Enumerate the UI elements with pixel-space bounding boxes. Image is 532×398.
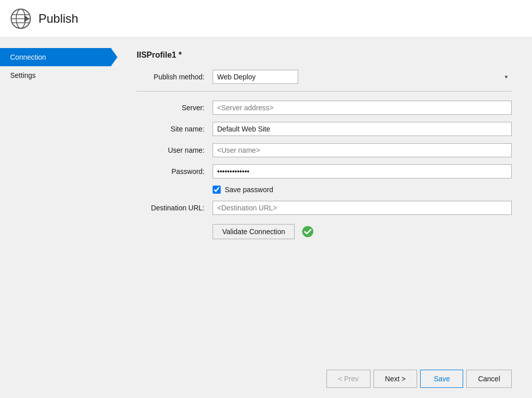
profile-title: IISProfile1 *	[137, 51, 512, 60]
server-label: Server:	[137, 104, 213, 112]
main-content: Connection Settings IISProfile1 * Publis…	[0, 38, 532, 398]
prev-button[interactable]: < Prev	[326, 370, 371, 388]
header: Publish	[0, 0, 532, 38]
site-name-label: Site name:	[137, 125, 213, 133]
password-label: Password:	[137, 167, 213, 175]
destination-url-row: Destination URL:	[137, 201, 512, 215]
publish-method-wrapper: Web Deploy FTP File System Web Deploy Pa…	[213, 70, 512, 84]
svg-point-6	[302, 226, 313, 237]
site-name-row: Site name:	[137, 122, 512, 136]
save-password-label[interactable]: Save password	[225, 186, 273, 194]
publish-method-select[interactable]: Web Deploy FTP File System Web Deploy Pa…	[213, 70, 298, 84]
content-area: IISProfile1 * Publish method: Web Deploy…	[111, 38, 532, 398]
footer-buttons: < Prev Next > Save Cancel	[137, 360, 512, 388]
cancel-button[interactable]: Cancel	[466, 370, 512, 388]
form-section: Publish method: Web Deploy FTP File Syst…	[137, 70, 512, 360]
page-title: Publish	[38, 12, 78, 26]
publish-globe-icon	[10, 8, 31, 29]
password-row: Password:	[137, 164, 512, 179]
sidebar: Connection Settings	[0, 38, 111, 398]
destination-url-label: Destination URL:	[137, 204, 213, 212]
publish-method-label: Publish method:	[137, 73, 213, 81]
validation-success-icon	[302, 226, 314, 238]
svg-marker-5	[24, 15, 29, 22]
divider	[137, 91, 512, 92]
server-input[interactable]	[213, 101, 512, 115]
site-name-input[interactable]	[213, 122, 512, 136]
server-row: Server:	[137, 101, 512, 115]
password-input[interactable]	[213, 164, 512, 179]
validate-row: Validate Connection	[213, 224, 512, 239]
user-name-input[interactable]	[213, 143, 512, 157]
save-button[interactable]: Save	[420, 370, 463, 388]
user-name-row: User name:	[137, 143, 512, 157]
sidebar-item-connection[interactable]: Connection	[0, 48, 111, 66]
next-button[interactable]: Next >	[374, 370, 418, 388]
destination-url-input[interactable]	[213, 201, 512, 215]
save-password-checkbox[interactable]	[213, 186, 221, 194]
publish-method-row: Publish method: Web Deploy FTP File Syst…	[137, 70, 512, 84]
sidebar-item-settings[interactable]: Settings	[0, 66, 111, 84]
user-name-label: User name:	[137, 146, 213, 154]
save-password-row: Save password	[213, 186, 512, 194]
validate-connection-button[interactable]: Validate Connection	[213, 224, 295, 239]
